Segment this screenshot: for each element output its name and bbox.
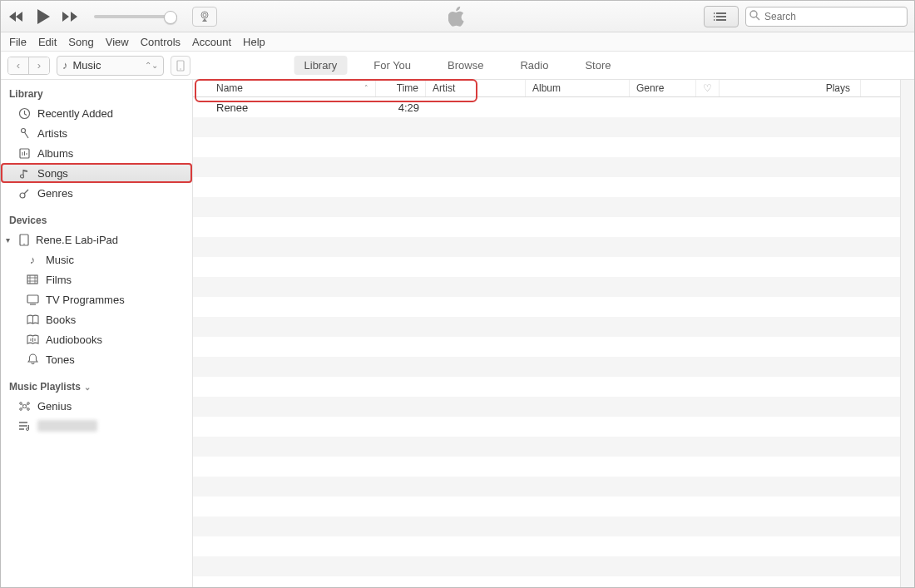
sidebar-device-tv[interactable]: TV Programmes <box>1 289 192 309</box>
sidebar-header-library: Library <box>1 85 192 103</box>
svg-point-8 <box>180 68 181 70</box>
sidebar-item-label: Songs <box>37 167 68 180</box>
mic-icon <box>16 127 32 140</box>
sidebar-item-label: Books <box>46 314 76 326</box>
svg-point-4 <box>714 19 715 21</box>
heart-icon: ♡ <box>703 82 712 94</box>
music-note-icon: ♪ <box>24 254 41 266</box>
svg-point-13 <box>20 175 23 178</box>
device-label: Rene.E Lab-iPad <box>36 234 118 246</box>
apple-logo-icon <box>448 6 467 27</box>
sidebar-item-label: Films <box>46 274 72 286</box>
menu-song[interactable]: Song <box>68 36 93 48</box>
sidebar-item-label: Music <box>46 254 74 266</box>
menu-view[interactable]: View <box>106 36 129 48</box>
menu-account[interactable]: Account <box>192 36 231 48</box>
column-album[interactable]: Album <box>526 80 630 96</box>
svg-line-6 <box>756 17 759 20</box>
next-button[interactable] <box>61 7 79 26</box>
table-body: Renee 4:29 <box>193 97 914 588</box>
table-row[interactable]: Renee 4:29 <box>193 97 914 117</box>
forward-button[interactable]: › <box>28 57 49 74</box>
search-icon <box>749 10 760 21</box>
sidebar-device-audiobooks[interactable]: Audiobooks <box>1 329 192 349</box>
sidebar-item-recently-added[interactable]: Recently Added <box>1 103 192 123</box>
tab-radio[interactable]: Radio <box>510 56 558 75</box>
sidebar-device-music[interactable]: ♪Music <box>1 250 192 269</box>
search-field[interactable] <box>745 7 908 27</box>
chevron-updown-icon: ⌃⌄ <box>145 61 158 70</box>
menu-file[interactable]: File <box>9 36 27 48</box>
airplay-button[interactable] <box>192 7 217 27</box>
disclosure-triangle-icon[interactable]: ▾ <box>6 235 14 245</box>
tv-icon <box>24 294 41 305</box>
sidebar-device[interactable]: ▾ Rene.E Lab-iPad <box>1 230 192 250</box>
svg-rect-19 <box>27 295 38 303</box>
column-artist[interactable]: Artist <box>426 80 526 96</box>
menu-bar: File Edit Song View Controls Account Hel… <box>1 32 914 52</box>
tab-browse[interactable]: Browse <box>438 56 493 75</box>
sidebar-item-artists[interactable]: Artists <box>1 123 192 143</box>
column-name[interactable]: Name˄ <box>193 80 376 96</box>
sidebar-item-songs[interactable]: Songs <box>1 163 192 183</box>
media-category-select[interactable]: ♪ Music ⌃⌄ <box>57 56 164 76</box>
sidebar-item-label: Recently Added <box>37 107 113 120</box>
album-icon <box>16 147 32 160</box>
previous-button[interactable] <box>7 7 26 26</box>
volume-slider[interactable] <box>94 15 177 18</box>
sidebar-item-albums[interactable]: Albums <box>1 143 192 163</box>
navigation-bar: ‹ › ♪ Music ⌃⌄ Library For You Browse Ra… <box>1 52 914 80</box>
svg-point-24 <box>27 402 29 404</box>
svg-point-23 <box>19 402 22 404</box>
sidebar-device-tones[interactable]: Tones <box>1 349 192 369</box>
column-love[interactable]: ♡ <box>696 80 720 96</box>
music-note-icon: ♪ <box>62 59 68 72</box>
svg-point-5 <box>750 11 757 17</box>
menu-edit[interactable]: Edit <box>38 36 57 48</box>
svg-rect-18 <box>27 275 37 284</box>
cell-name: Renee <box>193 101 376 114</box>
sidebar-header-devices: Devices <box>1 211 192 230</box>
songs-table: Name˄ Time Artist Album Genre ♡ Plays Re… <box>193 80 914 588</box>
sidebar-item-label: Genius <box>37 400 72 413</box>
list-view-button[interactable] <box>704 6 739 27</box>
svg-point-26 <box>27 408 29 410</box>
svg-line-15 <box>24 190 28 194</box>
tab-for-you[interactable]: For You <box>364 56 421 75</box>
ipad-icon <box>16 234 32 246</box>
view-tabs: Library For You Browse Radio Store <box>294 56 621 75</box>
menu-help[interactable]: Help <box>243 36 265 48</box>
sidebar-device-films[interactable]: Films <box>1 269 192 289</box>
vertical-scrollbar[interactable] <box>900 80 914 588</box>
sidebar-device-books[interactable]: Books <box>1 309 192 329</box>
sidebar-item-label: Albums <box>37 147 73 160</box>
menu-controls[interactable]: Controls <box>141 36 181 48</box>
tab-library[interactable]: Library <box>294 56 348 75</box>
svg-point-1 <box>203 13 206 17</box>
svg-point-25 <box>19 408 22 410</box>
device-button[interactable] <box>171 56 190 76</box>
back-button[interactable]: ‹ <box>8 57 28 74</box>
column-plays[interactable]: Plays <box>720 80 861 96</box>
table-header: Name˄ Time Artist Album Genre ♡ Plays <box>193 80 914 97</box>
tab-store[interactable]: Store <box>575 56 621 75</box>
sidebar: Library Recently Added Artists Albums So… <box>1 80 193 588</box>
svg-point-2 <box>714 12 715 14</box>
sidebar-playlist-genius[interactable]: Genius <box>1 396 192 416</box>
svg-point-0 <box>201 12 208 18</box>
sidebar-item-label: Genres <box>37 187 73 200</box>
sidebar-header-playlists[interactable]: Music Playlists⌄ <box>1 378 192 396</box>
sidebar-playlist-item[interactable] <box>1 416 192 436</box>
music-note-icon <box>16 167 32 180</box>
book-icon <box>24 314 41 325</box>
bell-icon <box>24 353 41 365</box>
column-genre[interactable]: Genre <box>630 80 696 96</box>
svg-point-10 <box>21 128 25 132</box>
search-input[interactable] <box>745 7 908 27</box>
clock-icon <box>16 107 32 120</box>
play-button[interactable] <box>34 7 52 26</box>
film-icon <box>24 274 41 285</box>
category-label: Music <box>73 59 101 72</box>
column-time[interactable]: Time <box>376 80 426 96</box>
sidebar-item-genres[interactable]: Genres <box>1 183 192 203</box>
